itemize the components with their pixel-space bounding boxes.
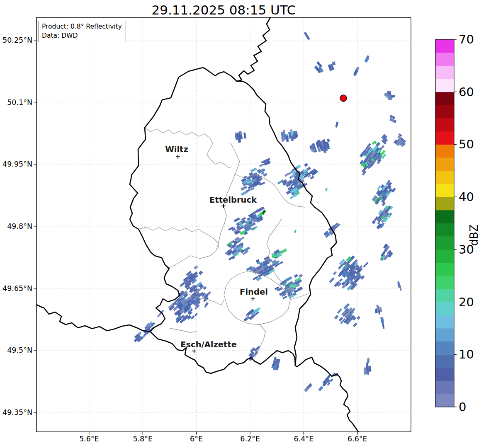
colorbar-band [435, 315, 454, 328]
radar-cell [198, 271, 203, 275]
radar-cell [333, 271, 337, 275]
lat-tick-label: 49.65°N [2, 284, 32, 293]
colorbar-band [435, 210, 454, 223]
radar-cell [190, 315, 194, 320]
colorbar-band [435, 289, 454, 302]
colorbar-band [435, 157, 454, 171]
lon-tick-label: 6°E [190, 435, 203, 443]
radar-cell [377, 185, 381, 190]
radar-cell [250, 167, 257, 172]
colorbar-tick-label: 70 [459, 32, 474, 46]
radar-cell [280, 261, 284, 264]
radar-cell [294, 274, 298, 278]
colorbar-band [435, 249, 454, 263]
national-border [295, 357, 358, 432]
radar-cell [335, 122, 338, 128]
national-border [237, 17, 270, 81]
radar-cell [363, 262, 369, 268]
admin-border [170, 328, 197, 332]
lat-tick-label: 50.25°N [2, 36, 32, 44]
radar-cell [381, 145, 384, 148]
radar-cell [357, 316, 360, 320]
radar-cell-strong [325, 188, 327, 191]
radar-cell [194, 265, 198, 269]
radar-cell [241, 217, 246, 220]
colorbar-band [435, 184, 454, 197]
radar-cell [387, 91, 391, 94]
lat-tick-label: 49.35°N [2, 408, 32, 417]
admin-border [139, 227, 219, 249]
radar-cell [259, 164, 263, 167]
map-canvas: WiltzEttelbruckFindelEsch/Alzette5.6°E5.… [0, 0, 491, 448]
data-source-line: Data: DWD [42, 31, 122, 40]
lat-tick-label: 49.8°N [7, 222, 32, 230]
radar-cell [299, 274, 303, 278]
radar-cell [241, 186, 248, 191]
colorbar-band [435, 328, 454, 341]
lat-tick-label: 50.1°N [7, 98, 32, 107]
radar-cell [380, 317, 384, 323]
colorbar-band [435, 65, 454, 79]
radar-cell [339, 278, 343, 282]
product-line: Product: 0.8° Reflectivity [42, 22, 122, 31]
colorbar-tick-label: 20 [459, 295, 474, 309]
colorbar-band [435, 105, 454, 118]
colorbar-tick-label: 60 [459, 85, 474, 99]
colorbar-band [435, 394, 454, 407]
colorbar-band [435, 197, 454, 210]
radar-cell [314, 149, 317, 153]
colorbar-axis-label: dBZ [468, 224, 480, 246]
city-label: Ettelbruck [209, 195, 257, 205]
colorbar-band [435, 79, 454, 92]
colorbar-band [435, 276, 454, 289]
colorbar-band [435, 53, 454, 66]
colorbar-band [435, 223, 454, 237]
axis-ticks: 5.6°E5.8°E6°E6.2°E6.4°E6.6°E50.25°N50.1°… [2, 36, 367, 443]
colorbar-tick-label: 0 [459, 400, 466, 414]
radar-cell [334, 315, 339, 320]
national-border [36, 305, 150, 332]
colorbar-band [435, 263, 454, 276]
product-info-box: Product: 0.8° Reflectivity Data: DWD [39, 21, 126, 42]
radar-cell [310, 176, 314, 179]
city-label: Esch/Alzette [180, 340, 237, 349]
radar-cell [330, 378, 333, 382]
radar-cell [368, 368, 371, 371]
lon-tick-label: 6.6°E [348, 435, 367, 443]
radar-cell [243, 132, 246, 138]
radar-cell [388, 97, 392, 100]
radar-figure: 29.11.2025 08:15 UTC Product: 0.8° Refle… [0, 0, 491, 448]
radar-cell [337, 308, 342, 314]
city-marker-icon [251, 297, 255, 301]
radar-cell [367, 358, 369, 361]
colorbar-band [435, 92, 454, 105]
colorbar-band [435, 171, 454, 184]
radar-cell-strong [294, 230, 297, 233]
radar-cell [286, 276, 292, 281]
colorbar-band [435, 354, 454, 368]
lon-tick-label: 6.2°E [240, 435, 260, 443]
colorbar-band [435, 381, 454, 394]
radar-echoes [134, 32, 406, 392]
radar-cell [364, 56, 369, 63]
radar-cell [382, 322, 385, 329]
radar-cell [327, 138, 330, 142]
colorbar-tick-label: 50 [459, 137, 474, 151]
city-label: Wiltz [165, 145, 188, 154]
radar-cell [318, 386, 323, 391]
radar-cell [338, 264, 343, 269]
radar-cell [234, 217, 240, 222]
radar-cell [385, 96, 389, 97]
lat-tick-label: 49.5°N [7, 346, 32, 354]
country-borders [36, 17, 358, 432]
lon-tick-label: 6.4°E [294, 435, 314, 443]
city-marker-icon [192, 349, 196, 353]
radar-cell [329, 277, 335, 283]
colorbar-band [435, 302, 454, 315]
colorbar-band [435, 144, 454, 157]
colorbar-band [435, 118, 454, 131]
colorbar: 010203040506070dBZ [435, 32, 480, 414]
colorbar-band [435, 368, 454, 381]
lon-tick-label: 5.8°E [133, 435, 153, 443]
radar-cell [360, 275, 365, 280]
